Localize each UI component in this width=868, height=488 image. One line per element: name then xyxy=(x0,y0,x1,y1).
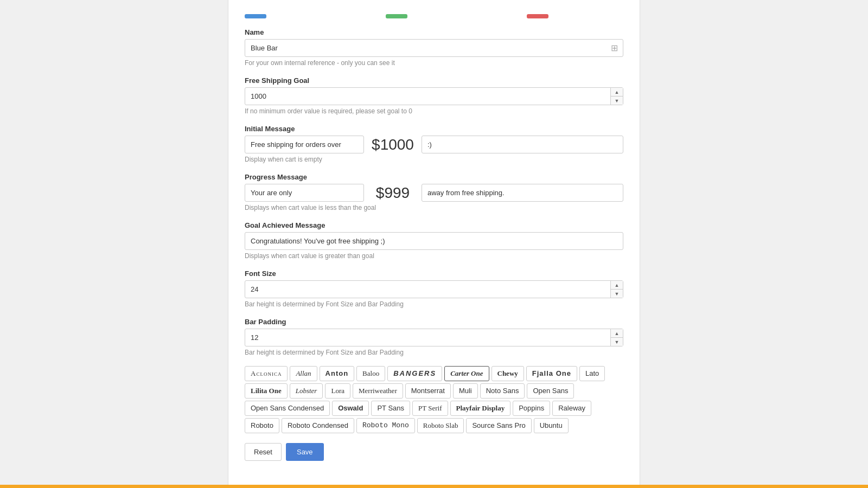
font-chip-lora[interactable]: Lora xyxy=(325,383,350,399)
font-size-up[interactable]: ▲ xyxy=(611,281,623,290)
initial-message-amount: $1000 xyxy=(368,136,417,153)
font-chip-chewy[interactable]: Chewy xyxy=(492,366,524,381)
progress-message-row: $999 xyxy=(245,184,623,202)
reset-button[interactable]: Reset xyxy=(245,443,282,461)
font-chip-merriweather[interactable]: Merriweather xyxy=(353,383,403,399)
progress-message-amount: $999 xyxy=(368,184,417,202)
font-chip-lobster[interactable]: Lobster xyxy=(290,383,323,399)
initial-message-hint: Display when cart is empty xyxy=(245,156,623,163)
name-input[interactable] xyxy=(245,39,623,57)
goal-achieved-input[interactable] xyxy=(245,232,623,250)
font-chip-anton[interactable]: Anton xyxy=(320,366,355,381)
goal-achieved-group: Goal Achieved Message Displays when cart… xyxy=(245,221,623,260)
progress-message-hint: Displays when cart value is less than th… xyxy=(245,204,623,211)
free-shipping-goal-hint: If no minimum order value is required, p… xyxy=(245,107,623,115)
progress-message-prefix[interactable] xyxy=(245,184,364,202)
font-size-spinner: ▲ ▼ xyxy=(610,281,623,298)
initial-message-label: Initial Message xyxy=(245,125,623,133)
font-chip-oswald[interactable]: Oswald xyxy=(332,401,369,416)
bar-padding-label: Bar Padding xyxy=(245,318,623,326)
name-input-wrapper: ⊞ xyxy=(245,39,623,57)
font-size-label: Font Size xyxy=(245,269,623,278)
font-chip-roboto[interactable]: Roboto xyxy=(245,418,279,433)
font-chip-roboto-mono[interactable]: Roboto Mono xyxy=(356,418,415,433)
name-hint: For your own internal reference - only y… xyxy=(245,59,623,67)
goal-achieved-label: Goal Achieved Message xyxy=(245,221,623,229)
action-buttons: Reset Save xyxy=(245,443,623,461)
font-chip-lilita-one[interactable]: Lilita One xyxy=(245,383,288,399)
free-shipping-goal-up[interactable]: ▲ xyxy=(611,88,623,97)
bar-padding-group: Bar Padding ▲ ▼ Bar height is determined… xyxy=(245,318,623,356)
initial-message-prefix[interactable] xyxy=(245,136,364,153)
progress-message-suffix[interactable] xyxy=(422,184,623,202)
font-chip-pt-sans[interactable]: PT Sans xyxy=(371,401,410,416)
free-shipping-goal-group: Free Shipping Goal ▲ ▼ If no minimum ord… xyxy=(245,76,623,115)
top-color-bars xyxy=(245,11,623,18)
font-chip-noto-sans[interactable]: Noto Sans xyxy=(480,383,525,399)
bar-padding-spinner: ▲ ▼ xyxy=(610,329,623,346)
font-chip-ubuntu[interactable]: Ubuntu xyxy=(534,418,569,433)
font-size-down[interactable]: ▼ xyxy=(611,290,623,298)
font-chip-open-sans[interactable]: Open Sans xyxy=(527,383,574,399)
bar-padding-hint: Bar height is determined by Font Size an… xyxy=(245,349,623,356)
font-chip-open-sans-condensed[interactable]: Open Sans Condensed xyxy=(245,401,330,416)
font-chip-aclonica[interactable]: Aclonica xyxy=(245,366,288,381)
font-chip-baloo[interactable]: Baloo xyxy=(356,366,385,381)
font-size-wrapper: ▲ ▼ xyxy=(245,280,623,298)
initial-message-row: $1000 xyxy=(245,136,623,153)
goal-achieved-hint: Displays when cart value is greater than… xyxy=(245,252,623,260)
bar-padding-wrapper: ▲ ▼ xyxy=(245,329,623,346)
bar-padding-input[interactable] xyxy=(245,329,610,346)
font-size-input[interactable] xyxy=(245,281,610,298)
progress-message-group: Progress Message $999 Displays when cart… xyxy=(245,173,623,211)
font-chip-fjalla-one[interactable]: Fjalla One xyxy=(526,366,577,381)
font-chip-pt-serif[interactable]: PT Serif xyxy=(412,401,448,416)
free-shipping-goal-wrapper: ▲ ▼ xyxy=(245,87,623,105)
font-size-group: Font Size ▲ ▼ Bar height is determined b… xyxy=(245,269,623,308)
font-chip-bangers[interactable]: BANGERS xyxy=(387,366,442,381)
font-grid: AclonicaAllanAntonBalooBANGERSCarter One… xyxy=(245,366,623,433)
font-size-hint: Bar height is determined by Font Size an… xyxy=(245,300,623,308)
font-chip-lato[interactable]: Lato xyxy=(579,366,605,381)
free-shipping-goal-label: Free Shipping Goal xyxy=(245,76,623,85)
save-button[interactable]: Save xyxy=(286,443,324,461)
color-bar-green[interactable] xyxy=(386,14,407,18)
page-wrapper: Name ⊞ For your own internal reference -… xyxy=(0,0,868,488)
name-group: Name ⊞ For your own internal reference -… xyxy=(245,28,623,67)
free-shipping-goal-down[interactable]: ▼ xyxy=(611,97,623,105)
name-label: Name xyxy=(245,28,623,36)
font-chip-raleway[interactable]: Raleway xyxy=(552,401,591,416)
font-chip-poppins[interactable]: Poppins xyxy=(513,401,550,416)
font-chip-montserrat[interactable]: Montserrat xyxy=(405,383,451,399)
free-shipping-goal-spinner: ▲ ▼ xyxy=(610,88,623,105)
font-chip-playfair-display[interactable]: Playfair Display xyxy=(450,401,511,416)
bottom-bar xyxy=(0,485,868,488)
font-chip-roboto-slab[interactable]: Roboto Slab xyxy=(417,418,464,433)
font-chip-roboto-condensed[interactable]: Roboto Condensed xyxy=(282,418,354,433)
free-shipping-goal-input[interactable] xyxy=(245,88,610,105)
initial-message-group: Initial Message $1000 Display when cart … xyxy=(245,125,623,163)
color-bar-blue[interactable] xyxy=(245,14,266,18)
main-panel: Name ⊞ For your own internal reference -… xyxy=(228,0,640,488)
font-chip-carter-one[interactable]: Carter One xyxy=(444,366,489,381)
initial-message-suffix[interactable] xyxy=(422,136,623,153)
progress-message-label: Progress Message xyxy=(245,173,623,181)
font-chip-source-sans-pro[interactable]: Source Sans Pro xyxy=(466,418,531,433)
font-chip-muli[interactable]: Muli xyxy=(453,383,478,399)
bar-padding-up[interactable]: ▲ xyxy=(611,329,623,338)
bar-padding-down[interactable]: ▼ xyxy=(611,338,623,346)
color-bar-red[interactable] xyxy=(527,14,548,18)
font-chip-allan[interactable]: Allan xyxy=(290,366,317,381)
